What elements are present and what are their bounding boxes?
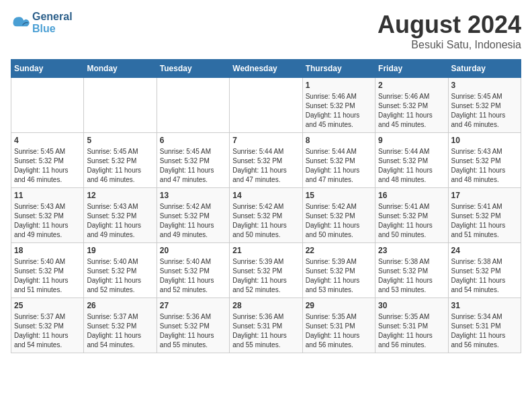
day-number: 5 xyxy=(87,136,153,145)
day-number: 25 xyxy=(14,301,81,310)
day-info: Sunrise: 5:43 AM Sunset: 5:32 PM Dayligh… xyxy=(87,202,153,240)
day-info: Sunrise: 5:44 AM Sunset: 5:32 PM Dayligh… xyxy=(378,147,445,185)
header-tuesday: Tuesday xyxy=(157,60,229,78)
day-number: 27 xyxy=(160,301,226,310)
calendar-cell: 2Sunrise: 5:46 AM Sunset: 5:32 PM Daylig… xyxy=(375,78,448,133)
calendar-cell: 13Sunrise: 5:42 AM Sunset: 5:32 PM Dayli… xyxy=(157,188,229,243)
day-info: Sunrise: 5:34 AM Sunset: 5:31 PM Dayligh… xyxy=(451,312,518,350)
day-info: Sunrise: 5:35 AM Sunset: 5:31 PM Dayligh… xyxy=(306,312,372,350)
day-number: 3 xyxy=(451,81,518,90)
header-friday: Friday xyxy=(375,60,448,78)
calendar-cell: 31Sunrise: 5:34 AM Sunset: 5:31 PM Dayli… xyxy=(448,298,521,353)
day-number: 31 xyxy=(451,301,518,310)
calendar-cell: 7Sunrise: 5:44 AM Sunset: 5:32 PM Daylig… xyxy=(230,133,302,188)
day-number: 2 xyxy=(378,81,445,90)
day-info: Sunrise: 5:36 AM Sunset: 5:31 PM Dayligh… xyxy=(232,312,299,350)
calendar-cell: 14Sunrise: 5:42 AM Sunset: 5:32 PM Dayli… xyxy=(230,188,302,243)
calendar-week-row: 11Sunrise: 5:43 AM Sunset: 5:32 PM Dayli… xyxy=(11,188,521,243)
day-number: 16 xyxy=(378,191,445,200)
logo: General Blue xyxy=(11,11,73,35)
day-info: Sunrise: 5:43 AM Sunset: 5:32 PM Dayligh… xyxy=(14,202,81,240)
calendar-cell: 23Sunrise: 5:38 AM Sunset: 5:32 PM Dayli… xyxy=(375,243,448,298)
calendar-cell: 11Sunrise: 5:43 AM Sunset: 5:32 PM Dayli… xyxy=(11,188,84,243)
calendar-title: August 2024 xyxy=(378,11,521,39)
day-info: Sunrise: 5:46 AM Sunset: 5:32 PM Dayligh… xyxy=(378,92,445,130)
calendar-cell: 28Sunrise: 5:36 AM Sunset: 5:31 PM Dayli… xyxy=(230,298,302,353)
day-number: 11 xyxy=(14,191,81,200)
day-number: 15 xyxy=(306,191,372,200)
day-info: Sunrise: 5:43 AM Sunset: 5:32 PM Dayligh… xyxy=(451,147,518,185)
logo-text: General Blue xyxy=(32,11,73,35)
day-info: Sunrise: 5:37 AM Sunset: 5:32 PM Dayligh… xyxy=(87,312,153,350)
calendar-cell: 18Sunrise: 5:40 AM Sunset: 5:32 PM Dayli… xyxy=(11,243,84,298)
day-number: 13 xyxy=(160,191,226,200)
calendar-cell xyxy=(157,78,229,133)
day-number: 9 xyxy=(378,136,445,145)
day-info: Sunrise: 5:46 AM Sunset: 5:32 PM Dayligh… xyxy=(306,92,372,130)
day-number: 17 xyxy=(451,191,518,200)
day-number: 19 xyxy=(87,246,153,255)
day-info: Sunrise: 5:35 AM Sunset: 5:31 PM Dayligh… xyxy=(378,312,445,350)
day-number: 24 xyxy=(451,246,518,255)
calendar-cell xyxy=(84,78,157,133)
calendar-cell: 16Sunrise: 5:41 AM Sunset: 5:32 PM Dayli… xyxy=(375,188,448,243)
day-info: Sunrise: 5:44 AM Sunset: 5:32 PM Dayligh… xyxy=(232,147,299,185)
calendar-cell: 17Sunrise: 5:41 AM Sunset: 5:32 PM Dayli… xyxy=(448,188,521,243)
calendar-cell: 6Sunrise: 5:45 AM Sunset: 5:32 PM Daylig… xyxy=(157,133,229,188)
calendar-week-row: 1Sunrise: 5:46 AM Sunset: 5:32 PM Daylig… xyxy=(11,78,521,133)
day-number: 10 xyxy=(451,136,518,145)
logo-icon xyxy=(11,13,30,32)
day-number: 21 xyxy=(232,246,299,255)
day-info: Sunrise: 5:45 AM Sunset: 5:32 PM Dayligh… xyxy=(14,147,81,185)
calendar-cell: 1Sunrise: 5:46 AM Sunset: 5:32 PM Daylig… xyxy=(302,78,375,133)
day-info: Sunrise: 5:42 AM Sunset: 5:32 PM Dayligh… xyxy=(232,202,299,240)
day-number: 8 xyxy=(306,136,372,145)
header-sunday: Sunday xyxy=(11,60,84,78)
day-number: 30 xyxy=(378,301,445,310)
calendar-cell: 9Sunrise: 5:44 AM Sunset: 5:32 PM Daylig… xyxy=(375,133,448,188)
calendar-header-row: SundayMondayTuesdayWednesdayThursdayFrid… xyxy=(11,60,521,78)
day-number: 4 xyxy=(14,136,81,145)
calendar-cell: 12Sunrise: 5:43 AM Sunset: 5:32 PM Dayli… xyxy=(84,188,157,243)
day-info: Sunrise: 5:40 AM Sunset: 5:32 PM Dayligh… xyxy=(87,257,153,295)
day-info: Sunrise: 5:38 AM Sunset: 5:32 PM Dayligh… xyxy=(451,257,518,295)
calendar-cell: 26Sunrise: 5:37 AM Sunset: 5:32 PM Dayli… xyxy=(84,298,157,353)
calendar-subtitle: Besuki Satu, Indonesia xyxy=(378,39,521,51)
day-info: Sunrise: 5:44 AM Sunset: 5:32 PM Dayligh… xyxy=(306,147,372,185)
calendar-week-row: 4Sunrise: 5:45 AM Sunset: 5:32 PM Daylig… xyxy=(11,133,521,188)
calendar-cell xyxy=(230,78,302,133)
calendar-table: SundayMondayTuesdayWednesdayThursdayFrid… xyxy=(11,59,521,353)
calendar-week-row: 25Sunrise: 5:37 AM Sunset: 5:32 PM Dayli… xyxy=(11,298,521,353)
header-thursday: Thursday xyxy=(302,60,375,78)
day-info: Sunrise: 5:41 AM Sunset: 5:32 PM Dayligh… xyxy=(378,202,445,240)
day-number: 22 xyxy=(306,246,372,255)
header-monday: Monday xyxy=(84,60,157,78)
calendar-cell: 19Sunrise: 5:40 AM Sunset: 5:32 PM Dayli… xyxy=(84,243,157,298)
day-number: 7 xyxy=(232,136,299,145)
day-info: Sunrise: 5:40 AM Sunset: 5:32 PM Dayligh… xyxy=(14,257,81,295)
calendar-cell: 21Sunrise: 5:39 AM Sunset: 5:32 PM Dayli… xyxy=(230,243,302,298)
calendar-week-row: 18Sunrise: 5:40 AM Sunset: 5:32 PM Dayli… xyxy=(11,243,521,298)
calendar-cell: 22Sunrise: 5:39 AM Sunset: 5:32 PM Dayli… xyxy=(302,243,375,298)
calendar-cell: 30Sunrise: 5:35 AM Sunset: 5:31 PM Dayli… xyxy=(375,298,448,353)
day-info: Sunrise: 5:45 AM Sunset: 5:32 PM Dayligh… xyxy=(87,147,153,185)
day-info: Sunrise: 5:36 AM Sunset: 5:32 PM Dayligh… xyxy=(160,312,226,350)
day-number: 18 xyxy=(14,246,81,255)
day-number: 29 xyxy=(306,301,372,310)
calendar-cell: 25Sunrise: 5:37 AM Sunset: 5:32 PM Dayli… xyxy=(11,298,84,353)
calendar-cell: 15Sunrise: 5:42 AM Sunset: 5:32 PM Dayli… xyxy=(302,188,375,243)
calendar-cell: 8Sunrise: 5:44 AM Sunset: 5:32 PM Daylig… xyxy=(302,133,375,188)
day-info: Sunrise: 5:42 AM Sunset: 5:32 PM Dayligh… xyxy=(160,202,226,240)
day-info: Sunrise: 5:39 AM Sunset: 5:32 PM Dayligh… xyxy=(232,257,299,295)
day-number: 14 xyxy=(232,191,299,200)
calendar-cell xyxy=(11,78,84,133)
day-number: 20 xyxy=(160,246,226,255)
header-saturday: Saturday xyxy=(448,60,521,78)
day-number: 28 xyxy=(232,301,299,310)
calendar-cell: 27Sunrise: 5:36 AM Sunset: 5:32 PM Dayli… xyxy=(157,298,229,353)
day-info: Sunrise: 5:45 AM Sunset: 5:32 PM Dayligh… xyxy=(451,92,518,130)
day-number: 12 xyxy=(87,191,153,200)
day-number: 1 xyxy=(306,81,372,90)
day-info: Sunrise: 5:38 AM Sunset: 5:32 PM Dayligh… xyxy=(378,257,445,295)
calendar-cell: 5Sunrise: 5:45 AM Sunset: 5:32 PM Daylig… xyxy=(84,133,157,188)
